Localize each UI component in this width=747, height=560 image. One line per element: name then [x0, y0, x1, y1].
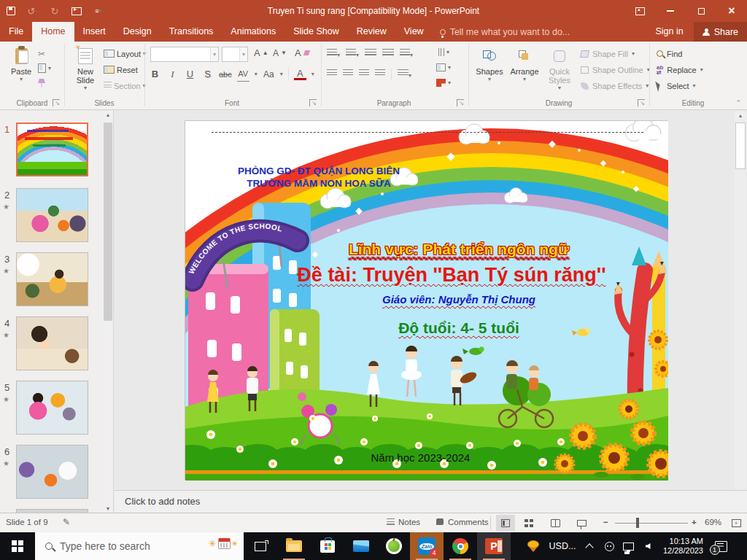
font-color-button[interactable]: A [294, 68, 306, 80]
tab-animations[interactable]: Animations [222, 22, 285, 42]
shape-effects-button[interactable]: Shape Effects▾ [581, 79, 649, 93]
zoom-slider-thumb[interactable] [636, 518, 639, 528]
collapse-ribbon-button[interactable]: ⌃ [735, 99, 741, 106]
school-header-text[interactable]: PHÒNG GD- ĐT QUẬN LONG BIÊN TRƯỜNG MẦM N… [191, 165, 446, 190]
thumbnail-scroll-up-icon[interactable]: ▲ [103, 112, 113, 117]
underline-button[interactable]: U [184, 67, 196, 82]
align-left-button[interactable] [327, 69, 337, 79]
zoom-slider-track[interactable] [615, 523, 688, 524]
comments-toggle[interactable]: Comments [448, 518, 489, 526]
lesson-title-text[interactable]: Đề tài: Truyện ''Bạn Tý sún răng'' [240, 264, 663, 287]
align-right-button[interactable] [359, 69, 369, 79]
mail-button[interactable] [344, 532, 378, 560]
tab-file[interactable]: File [0, 22, 32, 42]
decrease-indent-button[interactable] [365, 49, 376, 58]
tab-design[interactable]: Design [115, 22, 160, 42]
zoom-in-button[interactable]: + [692, 518, 697, 526]
quick-styles-button[interactable]: Quick Styles ▾ [543, 45, 576, 91]
notes-pane[interactable]: Click to add notes [115, 490, 747, 513]
start-button[interactable] [0, 532, 35, 560]
sign-in-link[interactable]: Sign in [645, 22, 693, 42]
text-direction-button[interactable]: ▾ [436, 46, 449, 58]
format-painter-button[interactable] [38, 77, 45, 89]
minimize-button[interactable] [655, 0, 686, 22]
task-view-button[interactable] [244, 532, 277, 560]
paste-button[interactable]: Paste ▾ [4, 45, 38, 82]
cut-button[interactable]: ✂ [38, 47, 45, 60]
thumbnail-scrollbar-thumb[interactable] [104, 122, 112, 321]
bold-button[interactable]: B [149, 67, 161, 82]
layout-button[interactable]: Layout▾ [104, 47, 146, 60]
customize-qat-icon[interactable]: ≡▾ [88, 0, 109, 22]
paragraph-dialog-launcher[interactable]: ↘ [457, 99, 464, 106]
close-button[interactable]: × [716, 0, 747, 22]
increase-font-size-button[interactable]: A▲ [254, 47, 268, 59]
strikethrough-button[interactable]: abc [219, 67, 232, 82]
canvas-scrollbar[interactable]: ▲ [735, 111, 746, 490]
clipboard-dialog-launcher[interactable]: ↘ [53, 99, 60, 106]
zoom-out-button[interactable]: − [603, 518, 608, 526]
thumbnail-scrollbar[interactable]: ▲ ▼ [103, 111, 113, 513]
taskbar-search-box[interactable]: Type here to search ✳✳ [35, 532, 244, 560]
tab-view[interactable]: View [395, 22, 433, 42]
powerpoint-taskbar-button[interactable]: P [477, 532, 511, 560]
slide-thumbnail-4[interactable] [16, 316, 88, 370]
clock-tray[interactable]: 10:13 AM 12/28/2023 [658, 532, 706, 560]
bullets-button[interactable]: ▾ [327, 49, 340, 58]
age-group-text[interactable]: Độ tuổi: 4- 5 tuổi [255, 319, 663, 337]
volume-button[interactable] [638, 532, 658, 560]
school-year-text[interactable]: Năm học 2023-2024 [185, 451, 656, 464]
microsoft-store-button[interactable] [311, 532, 344, 560]
slide-thumbnail-2[interactable] [16, 188, 88, 242]
slide-thumbnail-6[interactable] [16, 445, 88, 499]
new-slide-button[interactable]: New Slide ▾ [69, 45, 102, 91]
align-text-button[interactable]: ▾ [436, 61, 451, 74]
convert-smartart-button[interactable]: ▾ [436, 77, 451, 89]
shapes-button[interactable]: Shapes ▾ [473, 45, 506, 82]
chrome-button[interactable] [444, 532, 477, 560]
slideshow-view-button[interactable] [572, 515, 591, 531]
slide-sorter-view-button[interactable] [519, 515, 538, 531]
action-center-button[interactable]: 1 [706, 532, 735, 560]
character-spacing-button[interactable]: AV [237, 67, 249, 82]
placeholder-dashed-border[interactable] [212, 132, 643, 133]
coccoc-browser-button[interactable] [378, 532, 410, 560]
teacher-text[interactable]: Giáo viên: Nguyễn Thị Chung [255, 293, 663, 306]
network-button[interactable] [619, 532, 638, 560]
shape-outline-button[interactable]: Shape Outline▾ [581, 63, 650, 77]
align-center-button[interactable] [343, 69, 353, 79]
zoom-level[interactable]: 69% [705, 518, 721, 526]
clear-formatting-button[interactable]: A [295, 47, 309, 59]
thumbnail-scroll-down-icon[interactable]: ▼ [103, 506, 113, 511]
tab-review[interactable]: Review [348, 22, 395, 42]
slide-thumbnail-3[interactable] [16, 252, 88, 306]
reset-button[interactable]: Reset [104, 63, 138, 76]
zalo-button[interactable]: Zalo4 [410, 532, 444, 560]
copy-button[interactable]: ▾ [38, 62, 51, 74]
italic-button[interactable]: I [166, 67, 179, 82]
text-shadow-button[interactable]: S [201, 67, 214, 82]
canvas-scrollbar-thumb[interactable] [735, 122, 746, 169]
tray-app-button[interactable] [600, 532, 619, 560]
replace-button[interactable]: ab⇄Replace▾ [657, 63, 703, 77]
find-button[interactable]: Find [657, 47, 682, 61]
tab-home[interactable]: Home [32, 22, 74, 42]
notes-placeholder[interactable]: Click to add notes [125, 496, 200, 507]
drawing-dialog-launcher[interactable]: ↘ [638, 99, 645, 106]
change-case-button[interactable]: Aa [263, 67, 275, 82]
normal-view-button[interactable] [496, 515, 515, 531]
ribbon-display-options-button[interactable] [624, 0, 655, 22]
redo-icon[interactable]: ↻ [44, 0, 66, 22]
justify-button[interactable] [375, 69, 385, 79]
font-name-combobox[interactable]: ▾ [150, 47, 219, 62]
spell-check-icon[interactable]: ✎ [63, 517, 70, 527]
decrease-font-size-button[interactable]: A▼ [273, 47, 287, 59]
line-spacing-button[interactable]: ▾ [400, 49, 413, 58]
save-icon[interactable] [0, 0, 22, 22]
columns-button[interactable]: ▾ [398, 69, 411, 79]
reading-view-button[interactable] [546, 515, 565, 531]
slide-thumbnail-5[interactable] [16, 381, 88, 435]
section-button[interactable]: Section▾ [104, 79, 146, 92]
slide-canvas[interactable]: WELCOME TO THE SCHOOL [185, 120, 667, 480]
canvas-scroll-up-icon[interactable]: ▲ [735, 113, 746, 118]
